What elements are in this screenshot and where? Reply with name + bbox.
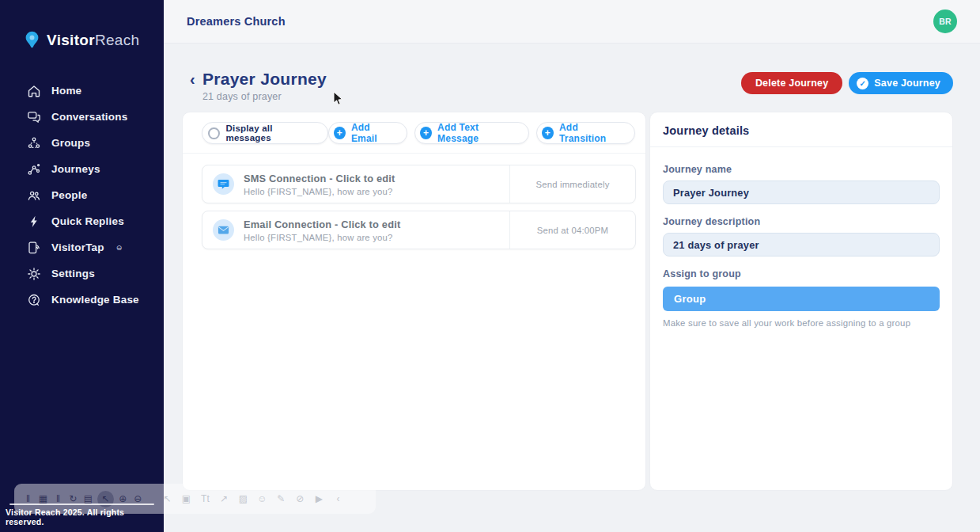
plus-icon: + [420,127,432,139]
group-helper-text: Make sure to save all your work before a… [663,318,940,328]
journey-name-label: Journey name [663,164,940,175]
sms-bubble-icon [213,173,234,195]
arrow-tool-icon[interactable]: ↗ [218,484,230,514]
journey-details-panel: Journey details Journey name Journey des… [649,112,953,491]
journey-description-input[interactable] [663,233,940,256]
visitorreach-pin-icon [24,30,40,51]
brand-name: VisitorReach [47,32,139,49]
zoom-in-icon[interactable]: ⊕ [117,484,129,514]
sidebar-item-label: Journeys [51,163,100,175]
save-journey-label: Save Journey [874,78,940,89]
add-transition-button[interactable]: + Add Transition [536,122,635,144]
sidebar-item-label: Home [51,85,81,97]
sidebar-item-home[interactable]: Home [0,78,164,104]
sidebar-item-label: Settings [51,268,95,279]
back-chevron-icon[interactable]: ‹ [190,71,195,102]
page-subtitle: 21 days of prayer [202,91,327,102]
pause-icon[interactable]: ‖ [22,484,34,514]
add-text-message-button[interactable]: + Add Text Message [414,122,529,144]
lightning-icon [27,215,41,229]
emoji-tool-icon[interactable]: ☺ [256,484,268,514]
sidebar-item-knowledge-base[interactable]: Knowledge Base [0,287,164,313]
sidebar-item-people[interactable]: People [0,182,164,208]
message-title: Email Connection - Click to edit [244,218,509,230]
add-transition-label: Add Transition [559,122,624,144]
pause-icon[interactable]: ‖ [52,484,64,514]
home-icon [27,84,41,98]
plus-icon: + [542,127,554,139]
zoom-out-icon[interactable]: ⊖ [132,484,144,514]
recorder-progress-line [9,504,154,505]
radio-circle-icon [208,127,220,139]
sidebar-item-label: Quick Replies [51,215,124,227]
add-buttons-group: + Add Email + Add Text Message + Add Tra… [328,122,635,144]
page-header: ‹ Prayer Journey 21 days of prayer Delet… [190,70,953,102]
sidebar-item-label: Groups [51,137,90,149]
pointer-icon[interactable]: ↖ [161,484,173,514]
display-all-messages-label: Display all messages [226,124,316,142]
message-text-block: SMS Connection - Click to edit Hello {FI… [244,173,509,196]
sidebar-item-journeys[interactable]: Journeys [0,156,164,182]
people-icon [27,188,41,203]
plus-icon: + [334,127,346,139]
screen-recorder-toolbar: ‖ ▦ ‖ ↻ ▤ ↖ ⊕ ⊖ ↖ ▣ Tt ↗ ▨ ☺ ✎ ⊘ ▶ ‹ [14,484,376,514]
sidebar-item-quick-replies[interactable]: Quick Replies [0,208,164,234]
save-journey-button[interactable]: ✓ Save Journey [849,72,953,94]
journey-canvas-panel: Display all messages + Add Email + Add T… [182,112,646,491]
display-all-messages-toggle[interactable]: Display all messages [202,122,328,144]
collapse-chevron-icon[interactable]: ‹ [332,484,344,514]
brand-logo: VisitorReach [0,0,164,51]
journey-description-label: Journey description [663,216,940,227]
sidebar-item-settings[interactable]: Settings [0,260,164,287]
mic-off-icon[interactable]: ⊘ [294,484,306,514]
add-email-label: Add Email [351,122,396,144]
page-title: Prayer Journey [202,70,327,89]
gear-icon [27,267,41,281]
visitortap-badge-icon: ⊖ [116,244,123,252]
sidebar-nav: Home Conversations Groups Journeys Peopl… [0,78,164,313]
group-select-button[interactable]: Group [663,287,940,311]
sidebar-item-label: VisitorTap [51,241,104,253]
journey-details-title: Journey details [650,112,952,147]
journey-name-input[interactable] [663,180,940,204]
message-preview: Hello {FIRST_NAME}, how are you? [244,233,509,242]
journey-path-icon [27,162,41,177]
assign-to-group-label: Assign to group [663,268,940,279]
add-email-button[interactable]: + Add Email [328,122,407,144]
message-title: SMS Connection - Click to edit [244,173,509,184]
chat-bubbles-icon [27,110,41,124]
email-envelope-icon [213,219,234,241]
sidebar-item-label: Knowledge Base [51,294,139,306]
frames-icon[interactable]: ▤ [82,484,94,514]
sidebar-item-conversations[interactable]: Conversations [0,104,164,130]
groups-icon [27,136,41,150]
canvas-toolbar: Display all messages + Add Email + Add T… [183,112,645,154]
camera-icon[interactable]: ▶ [313,484,325,514]
message-preview: Hello {FIRST_NAME}, how are you? [244,187,509,196]
email-message-card[interactable]: Email Connection - Click to edit Hello {… [202,211,636,249]
message-text-block: Email Connection - Click to edit Hello {… [244,218,509,242]
delete-journey-button[interactable]: Delete Journey [741,72,842,94]
grid-icon[interactable]: ▦ [37,484,49,514]
church-name: Dreamers Church [187,15,286,28]
pen-tool-icon[interactable]: ✎ [275,484,287,514]
sidebar-item-groups[interactable]: Groups [0,130,164,156]
loop-icon[interactable]: ↻ [67,484,79,514]
topbar: Dreamers Church BR [164,0,980,44]
sidebar-item-label: People [51,189,87,201]
add-text-message-label: Add Text Message [437,122,518,144]
message-schedule: Send immediately [509,165,635,203]
blur-tool-icon[interactable]: ▨ [237,484,249,514]
message-schedule: Send at 04:00PM [509,211,635,249]
sidebar-item-visitortap[interactable]: VisitorTap⊖ [0,234,164,260]
recorder-playback-group: ‖ ▦ ‖ ↻ ▤ ↖ ⊕ ⊖ [22,484,144,514]
crop-icon[interactable]: ▣ [180,484,192,514]
user-avatar[interactable]: BR [933,10,957,33]
message-list: SMS Connection - Click to edit Hello {FI… [183,154,645,249]
recorder-annotate-group: ↖ ▣ Tt ↗ ▨ ☺ ✎ ⊘ ▶ ‹ [161,484,344,514]
mouse-cursor [333,91,343,106]
text-tool-icon[interactable]: Tt [199,484,211,514]
tap-device-icon [27,241,41,255]
sidebar-item-label: Conversations [51,111,127,123]
sms-message-card[interactable]: SMS Connection - Click to edit Hello {FI… [202,165,636,203]
